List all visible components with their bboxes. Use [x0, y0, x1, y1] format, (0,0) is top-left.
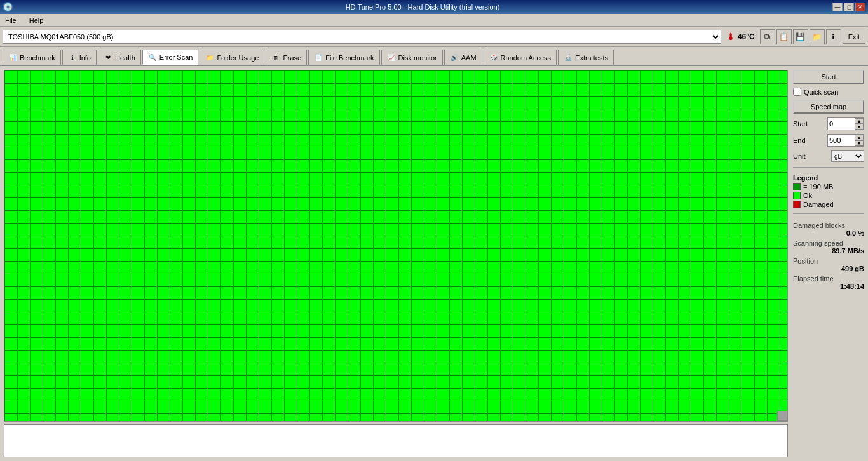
legend-color-2 — [793, 201, 801, 208]
tabs-bar: 📊 Benchmark ℹ Info ❤ Health 🔍 Error Scan… — [0, 47, 868, 66]
random-access-icon: 🎲 — [489, 53, 498, 62]
temperature-display: 🌡 46°C — [726, 32, 755, 42]
legend-color-0 — [793, 183, 801, 190]
end-param-label: End — [793, 137, 816, 144]
legend-item-2: Damaged — [793, 201, 864, 208]
toolbar: TOSHIBA MQ01ABF050 (500 gB) 🌡 46°C ⧉ 📋 💾… — [0, 27, 868, 47]
paste-icon-btn[interactable]: 📋 — [776, 29, 792, 44]
tab-aam[interactable]: 🔊 AAM — [444, 50, 482, 65]
tab-folder-usage[interactable]: 📁 Folder Usage — [200, 50, 264, 65]
legend-item-0: = 190 MB — [793, 183, 864, 190]
menubar: File Help — [0, 14, 868, 27]
unit-param-row: Unit gB MB LBA — [793, 150, 864, 162]
tab-disk-monitor[interactable]: 📈 Disk monitor — [381, 50, 443, 65]
start-spin-down[interactable]: ▼ — [855, 124, 864, 130]
legend-label-1: Ok — [803, 192, 812, 199]
elapsed-time-value: 1:48:14 — [793, 283, 864, 290]
log-area — [4, 424, 788, 457]
scan-grid-container — [4, 70, 788, 422]
exit-button[interactable]: Exit — [843, 30, 865, 44]
quick-scan-row: Quick scan — [793, 88, 864, 96]
end-input-wrap: 500 ▲ ▼ — [827, 134, 864, 147]
menu-help[interactable]: Help — [27, 15, 46, 25]
tab-benchmark[interactable]: 📊 Benchmark — [3, 50, 61, 65]
temperature-value: 46°C — [738, 32, 755, 41]
speed-map-button[interactable]: Speed map — [793, 100, 864, 114]
position-label: Position — [793, 257, 864, 265]
start-spin-up[interactable]: ▲ — [855, 118, 864, 124]
tab-extra-tests[interactable]: 🔬 Extra tests — [558, 50, 614, 65]
start-param-label: Start — [793, 120, 816, 128]
right-panel: Start Quick scan Speed map Start 0 ▲ ▼ E… — [792, 66, 868, 461]
scrollbar-indicator[interactable] — [777, 411, 787, 421]
close-button[interactable]: ✕ — [855, 3, 865, 11]
health-icon: ❤ — [104, 53, 112, 62]
end-spinbtns: ▲ ▼ — [855, 135, 864, 146]
extra-tests-icon: 🔬 — [564, 53, 573, 62]
main-content: Start Quick scan Speed map Start 0 ▲ ▼ E… — [0, 66, 868, 461]
tab-info[interactable]: ℹ Info — [62, 50, 97, 65]
end-spin-down[interactable]: ▼ — [855, 140, 864, 146]
menu-file[interactable]: File — [3, 15, 19, 25]
end-spin-up[interactable]: ▲ — [855, 135, 864, 140]
title-icon: 💿 — [3, 2, 13, 12]
start-param-row: Start 0 ▲ ▼ — [793, 117, 864, 130]
restore-button[interactable]: ◻ — [844, 3, 854, 11]
legend-section: Legend = 190 MB Ok Damaged — [793, 174, 864, 208]
damaged-blocks-label: Damaged blocks — [793, 222, 864, 229]
erase-icon: 🗑 — [271, 53, 280, 62]
grid-overlay — [4, 70, 787, 421]
open-icon-btn[interactable]: 📁 — [810, 29, 825, 44]
temperature-icon: 🌡 — [726, 32, 735, 42]
save-icon-btn[interactable]: 💾 — [793, 29, 808, 44]
legend-color-1 — [793, 192, 801, 199]
divider-1 — [793, 167, 864, 168]
start-button[interactable]: Start — [793, 70, 864, 84]
legend-label-0: = 190 MB — [803, 183, 833, 190]
tab-health[interactable]: ❤ Health — [98, 50, 141, 65]
disk-selector[interactable]: TOSHIBA MQ01ABF050 (500 gB) — [3, 30, 721, 44]
copy-icon-btn[interactable]: ⧉ — [760, 29, 775, 44]
aam-icon: 🔊 — [450, 53, 459, 62]
elapsed-time-label: Elapsed time — [793, 275, 864, 283]
position-value: 499 gB — [793, 265, 864, 272]
unit-param-label: Unit — [793, 152, 816, 160]
scanning-speed-value: 89.7 MB/s — [793, 247, 864, 255]
divider-2 — [793, 213, 864, 214]
titlebar: 💿 HD Tune Pro 5.00 - Hard Disk Utility (… — [0, 0, 868, 14]
legend-title: Legend — [793, 174, 864, 182]
legend-label-2: Damaged — [803, 201, 834, 208]
unit-select[interactable]: gB MB LBA — [831, 150, 864, 162]
tab-file-benchmark[interactable]: 📄 File Benchmark — [308, 50, 379, 65]
error-scan-icon: 🔍 — [148, 53, 157, 62]
start-spinbtns: ▲ ▼ — [855, 118, 864, 130]
scanning-speed-label: Scanning speed — [793, 239, 864, 247]
end-param-row: End 500 ▲ ▼ — [793, 134, 864, 147]
stats-section: Damaged blocks 0.0 % Scanning speed 89.7… — [793, 222, 864, 290]
scan-area — [0, 66, 792, 461]
end-input[interactable]: 500 — [828, 135, 855, 146]
minimize-button[interactable]: — — [832, 3, 843, 11]
file-benchmark-icon: 📄 — [314, 53, 323, 62]
quick-scan-checkbox[interactable] — [793, 88, 801, 96]
info-tab-icon: ℹ — [68, 53, 77, 62]
tab-error-scan[interactable]: 🔍 Error Scan — [142, 50, 199, 65]
legend-item-1: Ok — [793, 192, 864, 199]
info-icon-btn[interactable]: ℹ — [826, 29, 841, 44]
start-input[interactable]: 0 — [828, 118, 855, 130]
start-input-wrap: 0 ▲ ▼ — [827, 117, 864, 130]
tab-erase[interactable]: 🗑 Erase — [266, 50, 307, 65]
tab-random-access[interactable]: 🎲 Random Access — [484, 50, 557, 65]
window-title: HD Tune Pro 5.00 - Hard Disk Utility (tr… — [13, 3, 832, 11]
scan-grid — [4, 70, 787, 421]
benchmark-icon: 📊 — [8, 53, 17, 62]
quick-scan-label: Quick scan — [804, 88, 838, 96]
folder-usage-icon: 📁 — [205, 53, 214, 62]
damaged-blocks-value: 0.0 % — [793, 229, 864, 237]
titlebar-controls: — ◻ ✕ — [832, 3, 865, 11]
disk-monitor-icon: 📈 — [387, 53, 396, 62]
